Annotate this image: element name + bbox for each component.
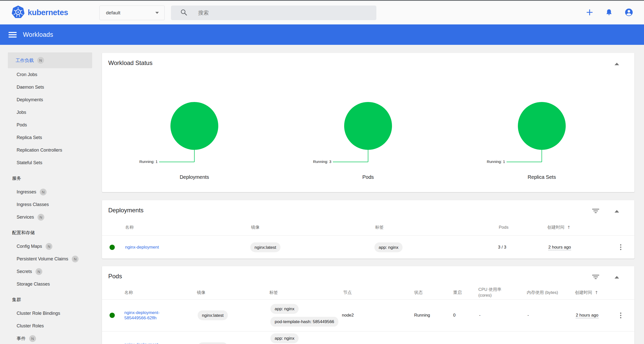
- sidebar-item-services[interactable]: ServicesN: [0, 211, 102, 223]
- kubernetes-logo[interactable]: kubernetes: [12, 6, 68, 19]
- create-resource-button[interactable]: [586, 8, 594, 17]
- hamburger-menu-icon[interactable]: [9, 31, 17, 39]
- sidebar-item-stateful-sets[interactable]: Stateful Sets: [0, 156, 102, 169]
- node-cell: node2: [342, 313, 354, 318]
- search-input[interactable]: [198, 10, 360, 16]
- row-actions-menu[interactable]: [617, 243, 624, 252]
- chart-caption: Pods: [293, 174, 444, 180]
- workload-status-card: Workload Status Running: 1DeploymentsRun…: [102, 53, 634, 192]
- chevron-down-icon: [155, 12, 159, 14]
- column-header-created[interactable]: 创建时间 ↑: [547, 224, 570, 230]
- status-pie: [518, 102, 566, 150]
- label-chip: app: nginx: [374, 242, 403, 252]
- sidebar-item-cron-jobs[interactable]: Cron Jobs: [0, 68, 102, 81]
- sidebar-item-jobs[interactable]: Jobs: [0, 106, 102, 119]
- label-chip: pod-template-hash: 585449566: [270, 317, 338, 327]
- collapse-card-button[interactable]: [613, 208, 620, 215]
- leader-line: [368, 150, 368, 162]
- leader-line: [333, 162, 368, 162]
- sidebar-item-label: Ingresses: [17, 189, 36, 195]
- pods-card: Pods 名称 镜像 标签 节点 状态 重启 CPU 使用率 (cores) 内…: [102, 266, 634, 344]
- sidebar-item-label: Ingress Classes: [17, 202, 49, 207]
- column-header-labels: 标签: [269, 290, 278, 296]
- header-actions: [586, 1, 633, 24]
- sidebar-item-cluster-roles[interactable]: Cluster Roles: [0, 320, 102, 332]
- collapse-up-icon: [615, 210, 619, 213]
- sidebar-item-storage-classes[interactable]: Storage Classes: [0, 278, 102, 290]
- pods-count: 3 / 3: [498, 245, 506, 250]
- search-bar[interactable]: [171, 6, 376, 20]
- status-cell: [110, 245, 115, 250]
- sidebar-item-deployments[interactable]: Deployments: [0, 93, 102, 106]
- restarts-cell: 0: [453, 313, 455, 318]
- sort-ascending-icon: ↑: [567, 224, 570, 230]
- account-button[interactable]: [624, 8, 633, 18]
- chart-caption: Deployments: [119, 174, 270, 180]
- sidebar-item-secrets[interactable]: SecretsN: [0, 265, 102, 278]
- sidebar-item-label: Pods: [17, 122, 27, 128]
- sidebar-item-label: 集群: [12, 297, 21, 303]
- column-header-labels: 标签: [375, 224, 384, 230]
- sidebar-item-cn[interactable]: 工作负载N: [8, 52, 92, 68]
- plus-icon: [586, 8, 594, 17]
- leader-line: [159, 162, 194, 162]
- label-chip-cell: app: nginx: [374, 242, 403, 252]
- column-header-status: 状态: [414, 290, 423, 296]
- sidebar-item-ingresses[interactable]: IngressesN: [0, 186, 102, 198]
- table-row: nginx-deployment- nginx:latest app: ngin…: [102, 331, 634, 344]
- sidebar-item-label: 服务: [12, 175, 21, 181]
- collapse-up-icon: [615, 276, 619, 279]
- created-cell: 2 hours ago: [548, 245, 571, 250]
- sort-ascending-icon: ↑: [595, 290, 598, 296]
- collapse-card-button[interactable]: [613, 274, 620, 281]
- pod-name-link[interactable]: nginx-deployment-585449566-62flh: [124, 310, 171, 321]
- sidebar-item-label: Config Maps: [17, 244, 42, 249]
- label-chips-cell: app: nginx: [270, 333, 299, 343]
- pod-name-link[interactable]: nginx-deployment-: [124, 342, 171, 344]
- row-actions-menu[interactable]: [617, 343, 624, 344]
- sidebar-item-persistent-volume-claims[interactable]: Persistent Volume ClaimsN: [0, 253, 102, 265]
- sidebar-item-label: Daemon Sets: [17, 85, 44, 90]
- column-header-memory: 内存使用 (bytes): [527, 290, 558, 296]
- filter-icon[interactable]: [591, 206, 600, 215]
- label-chip: app: nginx: [270, 304, 299, 314]
- sidebar-item-daemon-sets[interactable]: Daemon Sets: [0, 81, 102, 93]
- column-header-created[interactable]: 创建时间 ↑: [575, 290, 598, 296]
- sidebar-item-ingress-classes[interactable]: Ingress Classes: [0, 198, 102, 211]
- leader-line: [542, 150, 542, 162]
- sidebar-item-cluster-role-bindings[interactable]: Cluster Role Bindings: [0, 307, 102, 320]
- brand-wordmark: kubernetes: [28, 8, 68, 17]
- sidebar-item-label: Stateful Sets: [17, 160, 42, 165]
- app-header: kubernetes default: [0, 1, 644, 24]
- table-row: nginx-deployment nginx:latest app: nginx…: [102, 236, 634, 259]
- sidebar-item-label: Services: [17, 215, 34, 220]
- namespace-selector[interactable]: default: [99, 6, 165, 20]
- status-ok-icon: [110, 313, 115, 318]
- sidebar-item-label: Persistent Volume Claims: [17, 256, 68, 262]
- sidebar-item-cn[interactable]: 事件N: [0, 332, 102, 344]
- created-time[interactable]: 2 hours ago: [548, 245, 571, 250]
- sidebar-section-cn: 配置和存储: [0, 225, 102, 240]
- notifications-button[interactable]: [605, 8, 613, 17]
- page-title: Workloads: [23, 31, 53, 38]
- sidebar-item-pods[interactable]: Pods: [0, 119, 102, 131]
- image-chip: nginx:latest: [250, 242, 280, 252]
- pie-annotation: Running: 1: [487, 159, 505, 164]
- new-badge: N: [46, 243, 52, 250]
- sidebar-item-config-maps[interactable]: Config MapsN: [0, 240, 102, 253]
- table-row: nginx-deployment-585449566-62flh nginx:l…: [102, 299, 634, 331]
- deployments-card: Deployments 名称 镜像 标签 Pods 创建时间 ↑ nginx-d…: [102, 200, 634, 259]
- pie-annotation: Running: 3: [313, 159, 331, 164]
- deployment-name-link[interactable]: nginx-deployment: [125, 245, 159, 250]
- card-title: Deployments: [108, 207, 144, 214]
- status-pie: [344, 102, 392, 150]
- sidebar-item-replication-controllers[interactable]: Replication Controllers: [0, 144, 102, 156]
- created-time[interactable]: 2 hours ago: [576, 313, 598, 318]
- sidebar-item-replica-sets[interactable]: Replica Sets: [0, 131, 102, 144]
- new-badge: N: [35, 268, 42, 275]
- sidebar-item-label: Cron Jobs: [17, 72, 37, 77]
- row-actions-menu[interactable]: [617, 311, 624, 320]
- filter-icon[interactable]: [591, 272, 600, 281]
- status-cell: [110, 313, 115, 318]
- leader-line: [507, 162, 542, 162]
